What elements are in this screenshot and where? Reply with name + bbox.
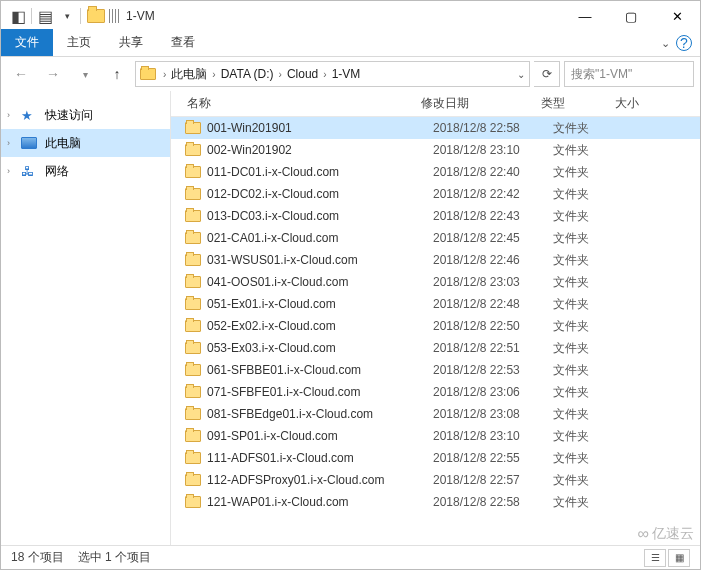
folder-icon	[185, 342, 201, 354]
file-name: 011-DC01.i-x-Cloud.com	[207, 165, 433, 179]
table-row[interactable]: 061-SFBBE01.i-x-Cloud.com2018/12/8 22:53…	[171, 359, 700, 381]
table-row[interactable]: 081-SFBEdge01.i-x-Cloud.com2018/12/8 23:…	[171, 403, 700, 425]
file-date: 2018/12/8 22:58	[433, 121, 553, 135]
column-size[interactable]: 大小	[611, 95, 700, 112]
file-date: 2018/12/8 22:48	[433, 297, 553, 311]
table-row[interactable]: 121-WAP01.i-x-Cloud.com2018/12/8 22:58文件…	[171, 491, 700, 513]
table-row[interactable]: 031-WSUS01.i-x-Cloud.com2018/12/8 22:46文…	[171, 249, 700, 271]
table-row[interactable]: 091-SP01.i-x-Cloud.com2018/12/8 23:10文件夹	[171, 425, 700, 447]
nav-pane: › ★ 快速访问 › 此电脑 › 🖧 网络	[1, 91, 171, 545]
divider	[31, 8, 32, 24]
file-date: 2018/12/8 23:06	[433, 385, 553, 399]
chevron-right-icon[interactable]: ›	[7, 110, 10, 120]
view-icons-button[interactable]: ▦	[668, 549, 690, 567]
file-name: 071-SFBFE01.i-x-Cloud.com	[207, 385, 433, 399]
tab-share[interactable]: 共享	[105, 29, 157, 56]
table-row[interactable]: 021-CA01.i-x-Cloud.com2018/12/8 22:45文件夹	[171, 227, 700, 249]
file-name: 012-DC02.i-x-Cloud.com	[207, 187, 433, 201]
titlebar: ◧ ▤ ▾ 1-VM — ▢ ✕	[1, 1, 700, 31]
close-button[interactable]: ✕	[654, 1, 700, 31]
file-type: 文件夹	[553, 494, 623, 511]
status-selected-count: 选中 1 个项目	[78, 549, 151, 566]
chevron-right-icon[interactable]: ›	[7, 166, 10, 176]
table-row[interactable]: 012-DC02.i-x-Cloud.com2018/12/8 22:42文件夹	[171, 183, 700, 205]
maximize-button[interactable]: ▢	[608, 1, 654, 31]
quick-dropdown-icon[interactable]: ▾	[56, 5, 78, 27]
expand-ribbon-icon[interactable]: ⌄	[661, 37, 670, 50]
file-name: 051-Ex01.i-x-Cloud.com	[207, 297, 433, 311]
quick-props-icon[interactable]: ▤	[34, 5, 56, 27]
table-row[interactable]: 013-DC03.i-x-Cloud.com2018/12/8 22:43文件夹	[171, 205, 700, 227]
nav-app-icon[interactable]: ◧	[7, 5, 29, 27]
breadcrumb-cloud[interactable]: Cloud	[287, 67, 318, 81]
file-name: 041-OOS01.i-x-Cloud.com	[207, 275, 433, 289]
folder-icon	[185, 320, 201, 332]
table-row[interactable]: 111-ADFS01.i-x-Cloud.com2018/12/8 22:55文…	[171, 447, 700, 469]
up-button[interactable]: ↑	[103, 61, 131, 87]
file-type: 文件夹	[553, 230, 623, 247]
folder-icon	[185, 232, 201, 244]
divider	[80, 8, 81, 24]
file-name: 052-Ex02.i-x-Cloud.com	[207, 319, 433, 333]
recent-dropdown-icon[interactable]: ▾	[71, 61, 99, 87]
chevron-right-icon[interactable]: ›	[276, 69, 285, 80]
folder-icon	[185, 144, 201, 156]
file-type: 文件夹	[553, 252, 623, 269]
chevron-right-icon[interactable]: ›	[160, 69, 169, 80]
file-date: 2018/12/8 23:10	[433, 429, 553, 443]
breadcrumb-dropdown-icon[interactable]: ⌄	[517, 69, 525, 80]
file-date: 2018/12/8 22:57	[433, 473, 553, 487]
forward-button[interactable]: →	[39, 61, 67, 87]
breadcrumb-pc[interactable]: 此电脑	[171, 66, 207, 83]
table-row[interactable]: 053-Ex03.i-x-Cloud.com2018/12/8 22:51文件夹	[171, 337, 700, 359]
search-input[interactable]: 搜索"1-VM"	[564, 61, 694, 87]
tab-home[interactable]: 主页	[53, 29, 105, 56]
status-bar: 18 个项目 选中 1 个项目 ☰ ▦	[1, 545, 700, 569]
chevron-right-icon[interactable]: ›	[7, 138, 10, 148]
back-button[interactable]: ←	[7, 61, 35, 87]
file-type: 文件夹	[553, 362, 623, 379]
table-row[interactable]: 001-Win2019012018/12/8 22:58文件夹	[171, 117, 700, 139]
table-row[interactable]: 051-Ex01.i-x-Cloud.com2018/12/8 22:48文件夹	[171, 293, 700, 315]
help-icon[interactable]: ?	[676, 35, 692, 51]
minimize-button[interactable]: —	[562, 1, 608, 31]
nav-network[interactable]: › 🖧 网络	[1, 157, 170, 185]
nav-this-pc[interactable]: › 此电脑	[1, 129, 170, 157]
chevron-right-icon[interactable]: ›	[320, 69, 329, 80]
file-type: 文件夹	[553, 120, 623, 137]
table-row[interactable]: 041-OOS01.i-x-Cloud.com2018/12/8 23:03文件…	[171, 271, 700, 293]
table-row[interactable]: 112-ADFSProxy01.i-x-Cloud.com2018/12/8 2…	[171, 469, 700, 491]
breadcrumb-drive[interactable]: DATA (D:)	[221, 67, 274, 81]
nav-quick-access[interactable]: › ★ 快速访问	[1, 101, 170, 129]
column-modified[interactable]: 修改日期	[421, 95, 541, 112]
file-name: 013-DC03.i-x-Cloud.com	[207, 209, 433, 223]
tab-view[interactable]: 查看	[157, 29, 209, 56]
table-row[interactable]: 011-DC01.i-x-Cloud.com2018/12/8 22:40文件夹	[171, 161, 700, 183]
file-type: 文件夹	[553, 406, 623, 423]
column-name[interactable]: 名称	[171, 95, 421, 112]
breadcrumb[interactable]: › 此电脑 › DATA (D:) › Cloud › 1-VM ⌄	[135, 61, 530, 87]
file-list: 名称 修改日期 类型 大小 001-Win2019012018/12/8 22:…	[171, 91, 700, 545]
view-details-button[interactable]: ☰	[644, 549, 666, 567]
breadcrumb-folder[interactable]: 1-VM	[332, 67, 361, 81]
column-type[interactable]: 类型	[541, 95, 611, 112]
column-headers: 名称 修改日期 类型 大小	[171, 91, 700, 117]
file-type: 文件夹	[553, 142, 623, 159]
file-name: 002-Win201902	[207, 143, 433, 157]
file-date: 2018/12/8 22:53	[433, 363, 553, 377]
file-type: 文件夹	[553, 186, 623, 203]
search-placeholder: 搜索"1-VM"	[571, 66, 632, 83]
tab-file[interactable]: 文件	[1, 29, 53, 56]
folder-icon	[185, 254, 201, 266]
folder-icon	[185, 188, 201, 200]
file-type: 文件夹	[553, 340, 623, 357]
chevron-right-icon[interactable]: ›	[209, 69, 218, 80]
file-name: 121-WAP01.i-x-Cloud.com	[207, 495, 433, 509]
pc-icon	[21, 137, 37, 149]
table-row[interactable]: 052-Ex02.i-x-Cloud.com2018/12/8 22:50文件夹	[171, 315, 700, 337]
main-area: › ★ 快速访问 › 此电脑 › 🖧 网络 名称 修改日期 类型 大小 001-…	[1, 91, 700, 545]
table-row[interactable]: 071-SFBFE01.i-x-Cloud.com2018/12/8 23:06…	[171, 381, 700, 403]
folder-icon	[185, 276, 201, 288]
table-row[interactable]: 002-Win2019022018/12/8 23:10文件夹	[171, 139, 700, 161]
refresh-button[interactable]: ⟳	[534, 61, 560, 87]
